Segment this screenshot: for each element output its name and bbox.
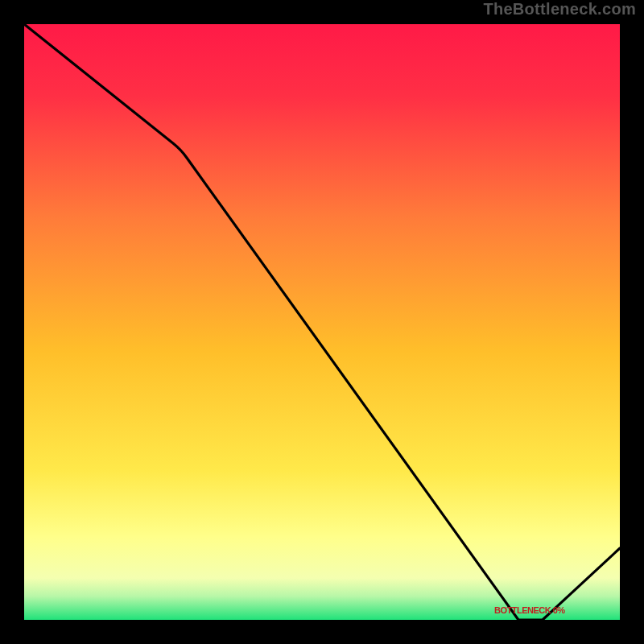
bottleneck-chart (0, 0, 644, 644)
watermark-text: TheBottleneck.com (483, 0, 636, 19)
bottleneck-zero-marker: BOTTLENECK 0% (494, 605, 565, 615)
plot-area (24, 24, 620, 620)
